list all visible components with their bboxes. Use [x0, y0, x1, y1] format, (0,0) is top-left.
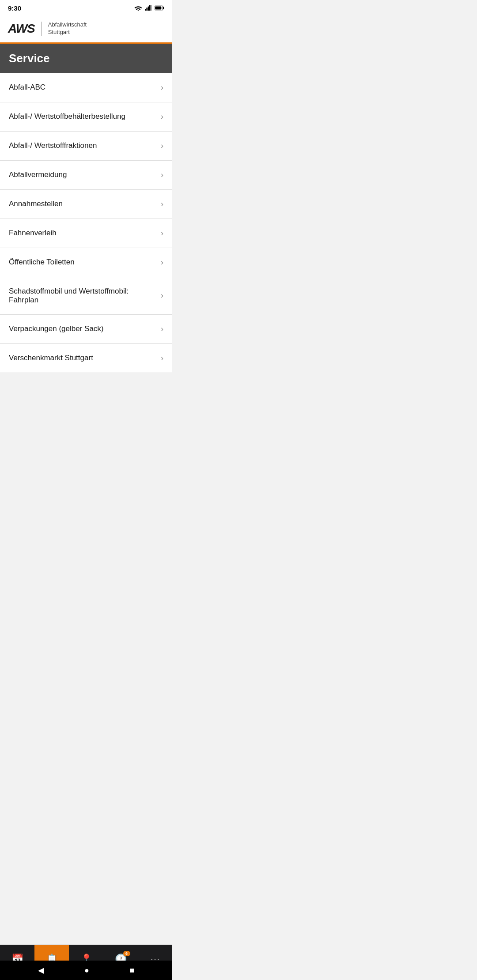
- menu-item-verschenkmarkt[interactable]: Verschenkmarkt Stuttgart ›: [0, 344, 172, 373]
- chevron-right-icon: ›: [161, 170, 163, 180]
- battery-icon: [155, 5, 164, 11]
- menu-item-label: Verpackungen (gelber Sack): [9, 324, 156, 333]
- section-header: Service: [0, 44, 172, 73]
- svg-rect-3: [148, 7, 149, 11]
- chevron-right-icon: ›: [161, 200, 163, 209]
- menu-item-label: Abfall-/ Wertstofffraktionen: [9, 141, 156, 150]
- company-name: Abfallwirtschaft Stuttgart: [48, 21, 87, 36]
- status-bar: 9:30: [0, 0, 172, 16]
- svg-rect-5: [151, 5, 152, 11]
- menu-item-label: Fahnenverleih: [9, 229, 156, 237]
- menu-item-fahnenverleih[interactable]: Fahnenverleih ›: [0, 219, 172, 248]
- svg-rect-8: [155, 6, 161, 9]
- company-line1: Abfallwirtschaft: [48, 21, 87, 29]
- menu-item-label: Schadstoffmobil und Wertstoffmobil: Fahr…: [9, 287, 156, 305]
- menu-item-label: Öffentliche Toiletten: [9, 258, 156, 267]
- menu-item-label: Abfallvermeidung: [9, 170, 156, 179]
- menu-item-abfall-abc[interactable]: Abfall-ABC ›: [0, 73, 172, 102]
- status-time: 9:30: [8, 4, 21, 12]
- section-title: Service: [9, 52, 163, 65]
- svg-rect-7: [163, 7, 164, 9]
- menu-item-schadstoffmobil[interactable]: Schadstoffmobil und Wertstoffmobil: Fahr…: [0, 277, 172, 315]
- chevron-right-icon: ›: [161, 291, 163, 300]
- badge-count: 6: [123, 951, 130, 956]
- menu-item-toiletten[interactable]: Öffentliche Toiletten ›: [0, 248, 172, 277]
- chevron-right-icon: ›: [161, 112, 163, 121]
- header-bar: AWS Abfallwirtschaft Stuttgart: [0, 16, 172, 44]
- chevron-right-icon: ›: [161, 258, 163, 267]
- chevron-right-icon: ›: [161, 141, 163, 151]
- menu-item-abfall-fraktionen[interactable]: Abfall-/ Wertstofffraktionen ›: [0, 132, 172, 161]
- wifi-icon: [134, 5, 142, 11]
- android-nav: ◀ ● ■: [0, 961, 172, 980]
- chevron-right-icon: ›: [161, 354, 163, 363]
- menu-item-verpackungen[interactable]: Verpackungen (gelber Sack) ›: [0, 315, 172, 344]
- company-line2: Stuttgart: [48, 29, 87, 36]
- menu-item-label: Abfall-/ Wertstoffbehälterbestellung: [9, 112, 156, 121]
- signal-icon: [145, 5, 152, 11]
- chevron-right-icon: ›: [161, 229, 163, 238]
- menu-item-annahmestellen[interactable]: Annahmestellen ›: [0, 190, 172, 219]
- menu-item-label: Abfall-ABC: [9, 83, 156, 92]
- recent-button[interactable]: ■: [129, 966, 134, 975]
- status-icons: [134, 5, 164, 11]
- svg-point-0: [138, 10, 139, 11]
- svg-rect-2: [146, 8, 148, 11]
- menu-item-label: Annahmestellen: [9, 200, 156, 208]
- chevron-right-icon: ›: [161, 83, 163, 92]
- svg-rect-4: [149, 5, 151, 11]
- aws-logo: AWS: [8, 22, 42, 36]
- menu-item-abfall-behaelter[interactable]: Abfall-/ Wertstoffbehälterbestellung ›: [0, 102, 172, 132]
- menu-list: Abfall-ABC › Abfall-/ Wertstoffbehälterb…: [0, 73, 172, 373]
- svg-rect-1: [145, 9, 146, 11]
- menu-item-abfallvermeidung[interactable]: Abfallvermeidung ›: [0, 161, 172, 190]
- chevron-right-icon: ›: [161, 324, 163, 334]
- back-button[interactable]: ◀: [38, 965, 44, 975]
- home-button[interactable]: ●: [84, 966, 89, 975]
- menu-item-label: Verschenkmarkt Stuttgart: [9, 354, 156, 362]
